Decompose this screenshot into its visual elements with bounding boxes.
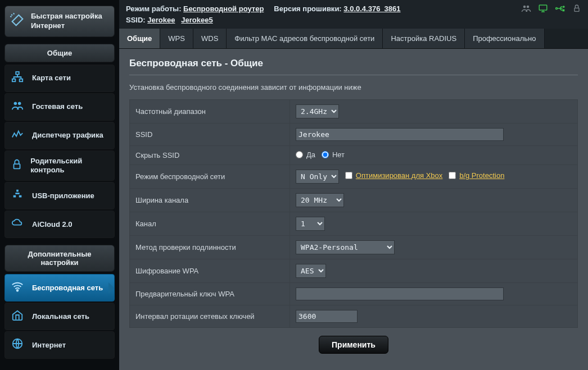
quick-setup-label: Быстрая настройка Интернет: [31, 12, 110, 31]
quick-setup-button[interactable]: Быстрая настройка Интернет: [4, 6, 115, 37]
mode-label: Режим работы:: [126, 4, 181, 13]
svg-point-9: [527, 6, 530, 8]
traffic-manager-icon: [10, 128, 25, 143]
svg-rect-2: [20, 79, 22, 81]
ssid-input[interactable]: [296, 128, 504, 141]
settings-panel: Беспроводная сеть - Общие Установка бесп…: [119, 49, 588, 370]
sidebar-item-traffic-manager[interactable]: Диспетчер трафика: [4, 122, 115, 149]
sidebar-item-parental-control[interactable]: Родительский контроль: [4, 150, 115, 181]
lock-status-icon[interactable]: [571, 3, 582, 13]
channel-width-select[interactable]: 20 MHz: [296, 193, 344, 207]
mode-link[interactable]: Беспроводной роутер: [183, 4, 264, 13]
tab-macfilter[interactable]: Фильтр MAC адресов беспроводной сети: [227, 29, 383, 48]
parental-control-icon: [10, 158, 24, 173]
sidebar-item-label: Локальная сеть: [32, 312, 89, 321]
xbox-optimize-label[interactable]: Оптимизирован для Xbox: [356, 171, 442, 180]
svg-point-3: [14, 102, 17, 105]
sidebar-item-internet[interactable]: Интернет: [4, 331, 115, 359]
wireless-mode-label: Режим беспроводной сети: [130, 165, 290, 189]
sidebar-item-guest-network[interactable]: Гостевая сеть: [4, 93, 115, 121]
channel-label: Канал: [130, 212, 290, 236]
svg-point-11: [556, 8, 558, 10]
network-map-icon: [10, 71, 25, 86]
bg-protection-checkbox[interactable]: [449, 172, 456, 179]
wireless-mode-select[interactable]: N Only: [296, 170, 339, 184]
wireless-icon: [10, 280, 25, 295]
main-content: Режим работы: Беспроводной роутер Версия…: [119, 0, 588, 370]
ssid2-link[interactable]: Jerokee5: [181, 16, 212, 24]
auth-method-label: Метод проверки подлинности: [130, 236, 290, 259]
tab-general[interactable]: Общие: [119, 29, 160, 48]
ssid1-link[interactable]: Jerokee: [147, 16, 175, 24]
wpa-encryption-select[interactable]: AES: [296, 264, 326, 278]
sidebar-item-label: Гостевая сеть: [32, 102, 83, 111]
sidebar: Быстрая настройка Интернет Общие Карта с…: [0, 0, 119, 370]
sidebar-item-aicloud[interactable]: AiCloud 2.0: [4, 211, 115, 238]
svg-rect-14: [575, 8, 579, 11]
tab-radius[interactable]: Настройка RADIUS: [383, 29, 465, 48]
hide-ssid-yes-label: Да: [306, 150, 315, 159]
wpa-psk-label: Предварительный ключ WPA: [130, 283, 290, 305]
channel-select[interactable]: 1: [296, 217, 325, 231]
sidebar-item-label: Карта сети: [32, 74, 71, 83]
sidebar-item-label: Диспетчер трафика: [32, 131, 103, 140]
svg-point-8: [523, 6, 526, 8]
wpa-encryption-label: Шифрование WPA: [130, 259, 290, 283]
wpa-psk-input[interactable]: [296, 287, 504, 300]
aicloud-icon: [10, 217, 25, 232]
sidebar-item-usb-app[interactable]: USB-приложение: [4, 182, 115, 209]
internet-icon: [10, 337, 25, 353]
sidebar-item-label: Интернет: [32, 341, 66, 350]
svg-point-4: [18, 102, 21, 105]
svg-rect-0: [16, 72, 19, 75]
sidebar-item-label: Беспроводная сеть: [32, 284, 103, 293]
users-icon[interactable]: [521, 3, 532, 13]
rekey-interval-label: Интервал ротации сетевых ключей: [130, 305, 290, 328]
xbox-optimize-checkbox[interactable]: [345, 172, 352, 179]
sidebar-item-lan[interactable]: Локальная сеть: [4, 303, 115, 330]
tabs: Общие WPS WDS Фильтр MAC адресов беспров…: [119, 29, 588, 49]
firmware-label: Версия прошивки:: [274, 4, 341, 13]
band-label: Частотный диапазон: [130, 100, 290, 124]
ssid-label: SSID:: [126, 16, 146, 24]
sidebar-item-label: AiCloud 2.0: [32, 220, 73, 229]
panel-title: Беспроводная сеть - Общие: [129, 58, 578, 75]
hide-ssid-no-label: Нет: [332, 150, 345, 159]
settings-table: Частотный диапазон 2.4GHz SSID Скрыть SS…: [129, 99, 578, 328]
lan-icon: [10, 309, 25, 324]
sidebar-item-label: USB-приложение: [32, 191, 94, 200]
tab-wps[interactable]: WPS: [160, 29, 193, 48]
firmware-link[interactable]: 3.0.0.4.376_3861: [343, 4, 400, 13]
sidebar-item-label: Родительский контроль: [30, 157, 110, 175]
tab-wds[interactable]: WDS: [193, 29, 227, 48]
bg-protection-label[interactable]: b/g Protection: [459, 171, 504, 180]
band-select[interactable]: 2.4GHz: [296, 104, 339, 118]
usb-icon[interactable]: [554, 3, 566, 13]
svg-point-12: [563, 6, 564, 7]
topbar: Режим работы: Беспроводной роутер Версия…: [119, 0, 588, 25]
sidebar-item-network-map[interactable]: Карта сети: [4, 65, 115, 92]
section-header-advanced: Дополнительные настройки: [4, 245, 115, 272]
sidebar-item-wireless[interactable]: Беспроводная сеть: [4, 274, 115, 302]
panel-description: Установка беспроводного соединения завис…: [129, 83, 578, 92]
svg-rect-13: [563, 10, 564, 11]
hide-ssid-label: Скрыть SSID: [130, 146, 290, 165]
svg-rect-10: [539, 5, 547, 10]
usb-app-icon: [10, 188, 25, 203]
channel-width-label: Ширина канала: [130, 189, 290, 212]
tab-pro[interactable]: Профессионально: [465, 29, 544, 48]
svg-rect-5: [13, 164, 20, 168]
apply-button[interactable]: Применить: [319, 336, 388, 354]
section-header-general: Общие: [4, 44, 115, 62]
auth-method-select[interactable]: WPA2-Personal: [296, 240, 395, 254]
svg-rect-1: [12, 79, 16, 81]
rekey-interval-input[interactable]: [296, 310, 358, 323]
magic-wand-icon: [10, 12, 25, 30]
svg-point-6: [17, 290, 19, 291]
hide-ssid-no-radio[interactable]: [322, 151, 329, 158]
hide-ssid-yes-radio[interactable]: [296, 151, 303, 158]
ssid-field-label: SSID: [130, 124, 290, 146]
monitor-icon[interactable]: [537, 3, 549, 13]
guest-network-icon: [10, 99, 25, 115]
